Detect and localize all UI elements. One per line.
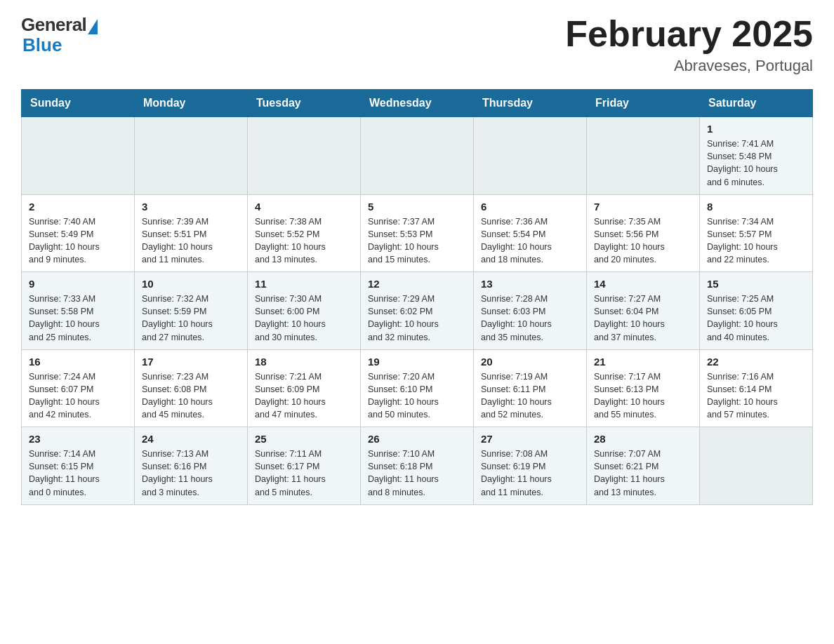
calendar-cell: 20Sunrise: 7:19 AM Sunset: 6:11 PM Dayli… <box>474 349 587 427</box>
header-tuesday: Tuesday <box>248 90 361 117</box>
day-number: 9 <box>29 278 127 290</box>
calendar-cell: 21Sunrise: 7:17 AM Sunset: 6:13 PM Dayli… <box>587 349 700 427</box>
calendar-cell: 24Sunrise: 7:13 AM Sunset: 6:16 PM Dayli… <box>135 427 248 505</box>
header-saturday: Saturday <box>700 90 813 117</box>
header-friday: Friday <box>587 90 700 117</box>
day-info: Sunrise: 7:34 AM Sunset: 5:57 PM Dayligh… <box>707 215 805 267</box>
header-wednesday: Wednesday <box>361 90 474 117</box>
calendar-cell <box>22 117 135 195</box>
day-number: 20 <box>481 356 579 368</box>
day-number: 21 <box>594 356 692 368</box>
day-info: Sunrise: 7:38 AM Sunset: 5:52 PM Dayligh… <box>255 215 353 267</box>
calendar-cell: 9Sunrise: 7:33 AM Sunset: 5:58 PM Daylig… <box>22 272 135 350</box>
day-number: 28 <box>594 433 692 445</box>
logo: General Blue <box>21 14 98 54</box>
calendar-cell: 26Sunrise: 7:10 AM Sunset: 6:18 PM Dayli… <box>361 427 474 505</box>
day-info: Sunrise: 7:39 AM Sunset: 5:51 PM Dayligh… <box>142 215 240 267</box>
day-info: Sunrise: 7:11 AM Sunset: 6:17 PM Dayligh… <box>255 448 353 499</box>
calendar-cell: 10Sunrise: 7:32 AM Sunset: 5:59 PM Dayli… <box>135 272 248 350</box>
calendar-cell: 22Sunrise: 7:16 AM Sunset: 6:14 PM Dayli… <box>700 349 813 427</box>
calendar-cell: 23Sunrise: 7:14 AM Sunset: 6:15 PM Dayli… <box>22 427 135 505</box>
header-thursday: Thursday <box>474 90 587 117</box>
calendar-week-row: 23Sunrise: 7:14 AM Sunset: 6:15 PM Dayli… <box>22 427 813 505</box>
calendar-cell: 28Sunrise: 7:07 AM Sunset: 6:21 PM Dayli… <box>587 427 700 505</box>
day-info: Sunrise: 7:28 AM Sunset: 6:03 PM Dayligh… <box>481 293 579 344</box>
day-number: 2 <box>29 201 127 213</box>
header-monday: Monday <box>135 90 248 117</box>
calendar-subtitle: Abraveses, Portugal <box>565 57 813 75</box>
day-number: 5 <box>368 201 466 213</box>
day-info: Sunrise: 7:41 AM Sunset: 5:48 PM Dayligh… <box>707 137 805 189</box>
calendar-week-row: 16Sunrise: 7:24 AM Sunset: 6:07 PM Dayli… <box>22 349 813 427</box>
day-number: 24 <box>142 433 240 445</box>
calendar-cell: 14Sunrise: 7:27 AM Sunset: 6:04 PM Dayli… <box>587 272 700 350</box>
day-info: Sunrise: 7:37 AM Sunset: 5:53 PM Dayligh… <box>368 215 466 267</box>
day-info: Sunrise: 7:40 AM Sunset: 5:49 PM Dayligh… <box>29 215 127 267</box>
calendar-cell <box>135 117 248 195</box>
title-block: February 2025 Abraveses, Portugal <box>565 14 813 75</box>
calendar-cell: 16Sunrise: 7:24 AM Sunset: 6:07 PM Dayli… <box>22 349 135 427</box>
calendar-cell <box>361 117 474 195</box>
calendar-week-row: 2Sunrise: 7:40 AM Sunset: 5:49 PM Daylig… <box>22 194 813 272</box>
day-info: Sunrise: 7:32 AM Sunset: 5:59 PM Dayligh… <box>142 293 240 344</box>
day-number: 26 <box>368 433 466 445</box>
calendar-cell <box>474 117 587 195</box>
day-info: Sunrise: 7:35 AM Sunset: 5:56 PM Dayligh… <box>594 215 692 267</box>
logo-general-text: General <box>21 14 86 36</box>
day-info: Sunrise: 7:24 AM Sunset: 6:07 PM Dayligh… <box>29 370 127 422</box>
calendar-cell: 17Sunrise: 7:23 AM Sunset: 6:08 PM Dayli… <box>135 349 248 427</box>
day-number: 14 <box>594 278 692 290</box>
header-sunday: Sunday <box>22 90 135 117</box>
calendar-cell <box>587 117 700 195</box>
day-info: Sunrise: 7:23 AM Sunset: 6:08 PM Dayligh… <box>142 370 240 422</box>
day-info: Sunrise: 7:25 AM Sunset: 6:05 PM Dayligh… <box>707 293 805 344</box>
calendar-week-row: 1Sunrise: 7:41 AM Sunset: 5:48 PM Daylig… <box>22 117 813 195</box>
day-info: Sunrise: 7:13 AM Sunset: 6:16 PM Dayligh… <box>142 448 240 499</box>
day-info: Sunrise: 7:36 AM Sunset: 5:54 PM Dayligh… <box>481 215 579 267</box>
day-info: Sunrise: 7:10 AM Sunset: 6:18 PM Dayligh… <box>368 448 466 499</box>
calendar-header-row: Sunday Monday Tuesday Wednesday Thursday… <box>22 90 813 117</box>
day-number: 22 <box>707 356 805 368</box>
calendar-cell: 8Sunrise: 7:34 AM Sunset: 5:57 PM Daylig… <box>700 194 813 272</box>
day-number: 15 <box>707 278 805 290</box>
day-number: 1 <box>707 123 805 135</box>
day-number: 13 <box>481 278 579 290</box>
day-info: Sunrise: 7:14 AM Sunset: 6:15 PM Dayligh… <box>29 448 127 499</box>
logo-triangle-icon <box>88 19 98 34</box>
page-header: General Blue February 2025 Abraveses, Po… <box>21 14 813 75</box>
day-number: 8 <box>707 201 805 213</box>
calendar-week-row: 9Sunrise: 7:33 AM Sunset: 5:58 PM Daylig… <box>22 272 813 350</box>
day-info: Sunrise: 7:21 AM Sunset: 6:09 PM Dayligh… <box>255 370 353 422</box>
day-info: Sunrise: 7:27 AM Sunset: 6:04 PM Dayligh… <box>594 293 692 344</box>
day-info: Sunrise: 7:19 AM Sunset: 6:11 PM Dayligh… <box>481 370 579 422</box>
day-number: 27 <box>481 433 579 445</box>
calendar-cell: 5Sunrise: 7:37 AM Sunset: 5:53 PM Daylig… <box>361 194 474 272</box>
day-number: 4 <box>255 201 353 213</box>
calendar-cell: 18Sunrise: 7:21 AM Sunset: 6:09 PM Dayli… <box>248 349 361 427</box>
logo-blue-text: Blue <box>22 36 62 54</box>
day-number: 6 <box>481 201 579 213</box>
day-number: 19 <box>368 356 466 368</box>
calendar-cell: 1Sunrise: 7:41 AM Sunset: 5:48 PM Daylig… <box>700 117 813 195</box>
day-number: 7 <box>594 201 692 213</box>
calendar-table: Sunday Monday Tuesday Wednesday Thursday… <box>21 89 813 505</box>
calendar-cell: 25Sunrise: 7:11 AM Sunset: 6:17 PM Dayli… <box>248 427 361 505</box>
calendar-cell: 2Sunrise: 7:40 AM Sunset: 5:49 PM Daylig… <box>22 194 135 272</box>
calendar-cell: 6Sunrise: 7:36 AM Sunset: 5:54 PM Daylig… <box>474 194 587 272</box>
calendar-cell: 13Sunrise: 7:28 AM Sunset: 6:03 PM Dayli… <box>474 272 587 350</box>
calendar-cell <box>700 427 813 505</box>
day-info: Sunrise: 7:07 AM Sunset: 6:21 PM Dayligh… <box>594 448 692 499</box>
day-info: Sunrise: 7:30 AM Sunset: 6:00 PM Dayligh… <box>255 293 353 344</box>
calendar-cell <box>248 117 361 195</box>
day-number: 25 <box>255 433 353 445</box>
day-info: Sunrise: 7:08 AM Sunset: 6:19 PM Dayligh… <box>481 448 579 499</box>
calendar-cell: 15Sunrise: 7:25 AM Sunset: 6:05 PM Dayli… <box>700 272 813 350</box>
calendar-cell: 4Sunrise: 7:38 AM Sunset: 5:52 PM Daylig… <box>248 194 361 272</box>
day-info: Sunrise: 7:33 AM Sunset: 5:58 PM Dayligh… <box>29 293 127 344</box>
day-number: 12 <box>368 278 466 290</box>
day-number: 16 <box>29 356 127 368</box>
day-info: Sunrise: 7:16 AM Sunset: 6:14 PM Dayligh… <box>707 370 805 422</box>
day-number: 23 <box>29 433 127 445</box>
day-number: 10 <box>142 278 240 290</box>
calendar-cell: 19Sunrise: 7:20 AM Sunset: 6:10 PM Dayli… <box>361 349 474 427</box>
